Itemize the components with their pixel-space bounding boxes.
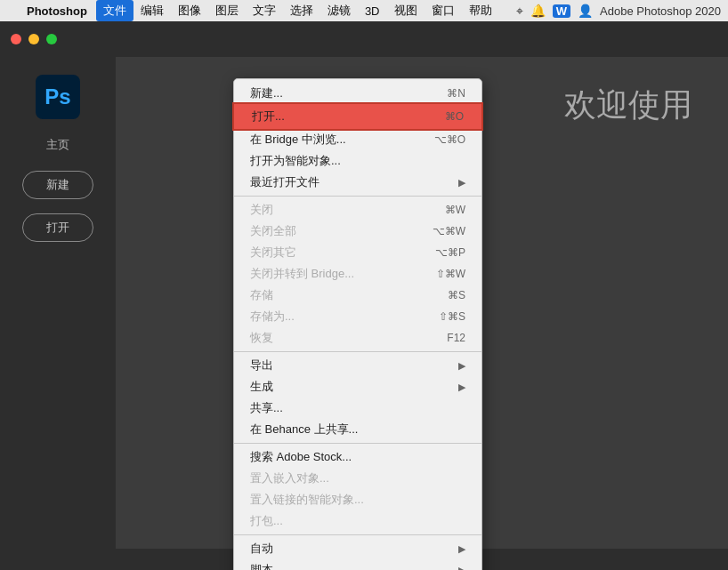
menu-item[interactable]: 在 Behance 上共享... [234, 419, 481, 440]
menu-item[interactable]: 脚本▶ [234, 559, 481, 570]
menu-item-label: 关闭其它 [250, 245, 296, 261]
menu-separator [234, 196, 481, 197]
menu-item: 存储为...⇧⌘S [234, 306, 481, 327]
menu-item-label: 导出 [250, 357, 273, 373]
menu-shortcut: ⌥⌘P [435, 246, 465, 259]
menu-item[interactable]: 最近打开文件▶ [234, 172, 481, 193]
file-menu-dropdown: 新建...⌘N打开...⌘O在 Bridge 中浏览...⌥⌘O打开为智能对象.… [233, 78, 482, 570]
user-icon: 👤 [578, 4, 593, 18]
menu-item-label: 关闭并转到 Bridge... [250, 266, 354, 282]
menu-file[interactable]: 文件 [96, 0, 133, 21]
menu-help[interactable]: 帮助 [462, 0, 499, 21]
close-button[interactable] [11, 34, 21, 44]
menu-item-label: 关闭全部 [250, 223, 296, 239]
menu-shortcut: ⌘N [447, 87, 465, 100]
menu-item[interactable]: 在 Bridge 中浏览...⌥⌘O [234, 129, 481, 150]
menu-view[interactable]: 视图 [387, 0, 425, 21]
menu-item-label: 在 Bridge 中浏览... [250, 132, 346, 148]
menu-item[interactable]: 导出▶ [234, 355, 481, 376]
submenu-arrow-icon: ▶ [458, 360, 465, 372]
menu-item-label: 在 Behance 上共享... [250, 421, 358, 438]
sidebar: Ps 主页 新建 打开 [0, 57, 116, 549]
menu-item: 关闭其它⌥⌘P [234, 242, 481, 263]
menu-item-label: 新建... [250, 85, 283, 101]
ps-logo: Ps [36, 75, 80, 119]
menu-item: 置入嵌入对象... [234, 468, 481, 489]
menu-shortcut: ⌥⌘O [434, 133, 465, 146]
menu-item-label: 打开... [252, 108, 285, 124]
notification-icon: 🔔 [530, 4, 546, 18]
menu-shortcut: ⌘O [445, 110, 464, 123]
new-button[interactable]: 新建 [22, 171, 93, 199]
welcome-text: 欢迎使用 [564, 84, 692, 127]
menu-item[interactable]: 搜索 Adobe Stock... [234, 446, 481, 468]
menu-item: 关闭⌘W [234, 199, 481, 221]
menu-item-label: 置入嵌入对象... [250, 470, 329, 486]
menu-shortcut: ⌥⌘W [433, 225, 465, 237]
menu-item-label: 存储 [250, 287, 273, 303]
menu-separator [234, 443, 481, 444]
sidebar-home[interactable]: 主页 [36, 133, 80, 157]
menu-edit[interactable]: 编辑 [133, 0, 171, 21]
menu-item-label: 最近打开文件 [250, 174, 320, 190]
w-icon: W [553, 4, 570, 18]
menu-select[interactable]: 选择 [283, 0, 320, 21]
menu-shortcut: F12 [447, 332, 465, 344]
content-area: 欢迎使用 新建...⌘N打开...⌘O在 Bridge 中浏览...⌥⌘O打开为… [116, 57, 728, 549]
menu-shortcut: ⇧⌘W [436, 268, 465, 280]
submenu-arrow-icon: ▶ [458, 177, 465, 189]
menu-text[interactable]: 文字 [246, 0, 283, 21]
menu-shortcut: ⇧⌘S [439, 310, 465, 323]
app-title: Adobe Photoshop 2020 [600, 4, 721, 18]
menu-item-label: 恢复 [250, 330, 273, 346]
menu-shortcut: ⌘W [445, 204, 465, 216]
open-button[interactable]: 打开 [22, 213, 93, 242]
menu-item[interactable]: 自动▶ [234, 538, 481, 559]
menu-item: 存储⌘S [234, 285, 481, 306]
maximize-button[interactable] [46, 34, 57, 44]
menu-window[interactable]: 窗口 [425, 0, 462, 21]
menubar-right: ⌖ 🔔 W 👤 Adobe Photoshop 2020 [516, 4, 721, 19]
menu-item-label: 自动 [250, 541, 273, 557]
menu-item[interactable]: 新建...⌘N [234, 83, 481, 104]
menu-item-label: 共享... [250, 400, 283, 416]
ps-label: Ps [44, 84, 70, 109]
menu-shortcut: ⌘S [448, 289, 465, 301]
menu-separator [234, 534, 481, 535]
menu-item: 恢复F12 [234, 327, 481, 349]
app-menu[interactable]: Photoshop [18, 0, 96, 21]
minimize-button[interactable] [28, 34, 39, 44]
menu-item-label: 置入链接的智能对象... [250, 492, 364, 508]
menu-item: 关闭全部⌥⌘W [234, 221, 481, 242]
menu-item-label: 打包... [250, 513, 283, 529]
menu-layer[interactable]: 图层 [208, 0, 246, 21]
menu-filter[interactable]: 滤镜 [320, 0, 358, 21]
location-icon: ⌖ [516, 4, 523, 19]
menu-item: 关闭并转到 Bridge...⇧⌘W [234, 263, 481, 285]
menu-item-label: 搜索 Adobe Stock... [250, 449, 352, 465]
menu-item-label: 打开为智能对象... [250, 153, 341, 169]
main-area: Ps 主页 新建 打开 欢迎使用 新建...⌘N打开...⌘O在 Bridge … [0, 57, 728, 549]
menu-item[interactable]: 打开为智能对象... [234, 150, 481, 172]
submenu-arrow-icon: ▶ [458, 381, 465, 393]
menubar: Photoshop 文件 编辑 图像 图层 文字 选择 滤镜 3D 视图 窗口 … [0, 0, 728, 21]
menu-item[interactable]: 打开...⌘O [234, 104, 481, 129]
menu-item-label: 生成 [250, 379, 273, 395]
menu-separator [234, 351, 481, 352]
menu-image[interactable]: 图像 [171, 0, 208, 21]
menu-item[interactable]: 生成▶ [234, 376, 481, 397]
menu-item-label: 脚本 [250, 562, 273, 570]
menu-item: 置入链接的智能对象... [234, 489, 481, 510]
traffic-lights [0, 21, 728, 57]
submenu-arrow-icon: ▶ [458, 565, 465, 571]
menu-item[interactable]: 共享... [234, 397, 481, 419]
menu-item-label: 关闭 [250, 202, 273, 218]
menu-item: 打包... [234, 510, 481, 532]
submenu-arrow-icon: ▶ [458, 543, 465, 555]
menu-item-label: 存储为... [250, 309, 295, 325]
menu-3d[interactable]: 3D [358, 0, 387, 21]
